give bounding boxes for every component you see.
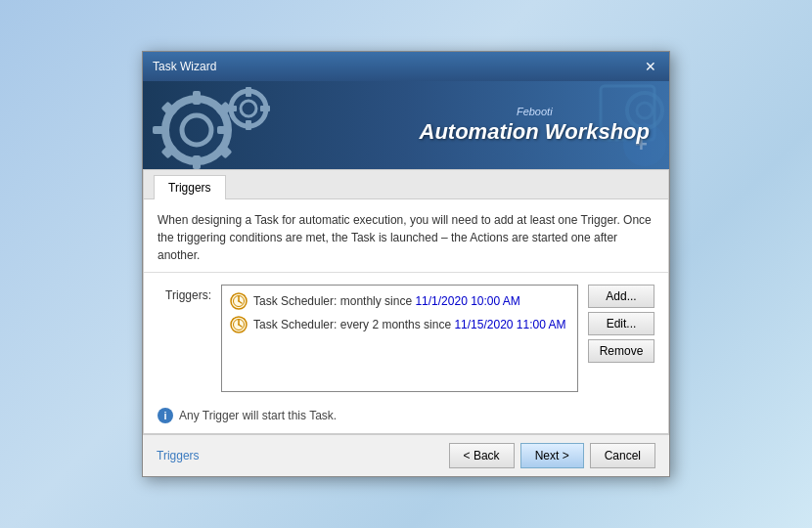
- trigger-1-date: 11/1/2020: [415, 294, 467, 308]
- back-button[interactable]: < Back: [449, 443, 515, 468]
- remove-button[interactable]: Remove: [588, 339, 654, 363]
- task-wizard-dialog: Task Wizard ✕: [142, 51, 670, 477]
- trigger-2-date: 11/15/2020: [454, 318, 513, 331]
- trigger-item-2[interactable]: Task Scheduler: every 2 months since 11/…: [226, 313, 573, 336]
- trigger-item-1[interactable]: Task Scheduler: monthly since 11/1/2020 …: [226, 289, 573, 313]
- next-button[interactable]: Next >: [520, 443, 584, 468]
- svg-rect-12: [246, 87, 251, 97]
- svg-rect-14: [227, 106, 237, 111]
- trigger-clock-icon-1: [230, 292, 248, 310]
- svg-rect-5: [217, 126, 231, 134]
- banner: + Febooti Automation Workshop: [143, 81, 669, 169]
- svg-rect-3: [193, 155, 201, 169]
- close-button[interactable]: ✕: [642, 58, 659, 75]
- nav-buttons: < Back Next > Cancel: [449, 443, 655, 468]
- action-buttons: Add... Edit... Remove: [588, 285, 654, 363]
- cancel-button[interactable]: Cancel: [590, 443, 655, 468]
- trigger-2-time: 11:00 AM: [517, 318, 566, 331]
- triggers-tab[interactable]: Triggers: [154, 175, 226, 199]
- trigger-1-time: 10:00 AM: [471, 294, 520, 308]
- trigger-2-text: Task Scheduler: every 2 months since 11/…: [253, 318, 566, 331]
- description-text: When designing a Task for automatic exec…: [144, 199, 668, 273]
- add-button[interactable]: Add...: [588, 285, 654, 308]
- content-area: Triggers When designing a Task for autom…: [143, 169, 669, 434]
- triggers-list[interactable]: Task Scheduler: monthly since 11/1/2020 …: [221, 285, 578, 392]
- edit-button[interactable]: Edit...: [588, 312, 654, 335]
- triggers-link[interactable]: Triggers: [157, 449, 200, 462]
- info-row: i Any Trigger will start this Task.: [144, 404, 668, 433]
- triggers-label: Triggers:: [158, 285, 211, 302]
- title-bar: Task Wizard ✕: [143, 52, 669, 81]
- trigger-clock-icon-2: [230, 316, 248, 333]
- info-text: Any Trigger will start this Task.: [179, 409, 337, 422]
- banner-text: Febooti Automation Workshop: [420, 106, 650, 145]
- svg-rect-2: [193, 91, 201, 105]
- svg-rect-13: [246, 120, 251, 130]
- trigger-1-text: Task Scheduler: monthly since 11/1/2020 …: [253, 294, 520, 308]
- svg-point-1: [182, 115, 211, 145]
- svg-rect-15: [260, 106, 270, 111]
- banner-gears-icon: [143, 81, 299, 169]
- banner-title: Automation Workshop: [420, 119, 650, 145]
- bottom-bar: Triggers < Back Next > Cancel: [143, 434, 669, 476]
- info-icon: i: [158, 408, 173, 423]
- dialog-title: Task Wizard: [153, 60, 216, 73]
- form-area: Triggers: Task Scheduler: monthly since …: [144, 273, 668, 404]
- svg-point-11: [241, 101, 256, 116]
- tab-bar: Triggers: [144, 170, 668, 199]
- svg-rect-4: [153, 126, 166, 134]
- banner-subtitle: Febooti: [420, 106, 650, 117]
